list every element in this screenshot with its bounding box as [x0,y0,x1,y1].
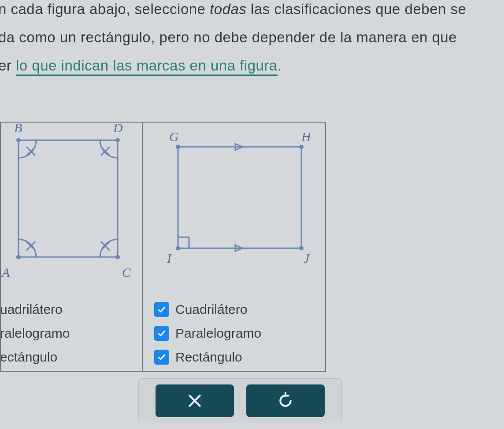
svg-point-1 [16,138,21,142]
figure-right-svg: G H I J [143,123,325,281]
option-label-left-2: ectángulo [0,350,57,365]
option-row-right-0[interactable]: Cuadrilátero [154,302,261,317]
option-label-right-1: Paralelogramo [175,326,261,341]
figure-panel-left: B D A C [0,122,142,372]
svg-point-4 [115,255,120,259]
option-row-left-0[interactable]: uadrilátero [0,302,127,317]
figures-row: B D A C [0,122,326,372]
label-D: D [113,123,123,135]
svg-rect-13 [178,147,301,248]
svg-point-2 [115,138,120,142]
figure-panel-right: G H I J [142,122,326,372]
reset-button[interactable] [246,384,325,417]
label-C: C [122,265,131,280]
label-A: A [1,265,10,280]
option-label-right-0: Cuadrilátero [175,302,247,317]
instruction-line-1: n cada figura abajo, seleccione todas la… [0,1,466,18]
svg-point-16 [176,246,180,250]
option-row-right-1[interactable]: Paralelogramo [154,326,261,341]
options-left: uadrilátero ralelogramo ectángulo [0,293,127,365]
option-row-left-1[interactable]: ralelogramo [0,326,127,341]
option-label-left-1: ralelogramo [0,326,70,341]
options-right: Cuadrilátero Paralelogramo Rectángulo [154,293,261,365]
close-icon [186,392,204,410]
figure-left-svg: B D A C [1,123,142,281]
label-J: J [304,251,310,265]
instruction-line-2: da como un rectángulo, pero no debe depe… [0,29,457,46]
svg-point-15 [299,145,304,149]
instr1-italic: todas [210,1,246,17]
option-row-right-2[interactable]: Rectángulo [154,350,261,365]
svg-rect-0 [19,140,118,257]
svg-point-17 [299,246,304,250]
instr3-post: . [278,57,282,74]
instr1-pre: n cada figura abajo, seleccione [0,1,210,17]
check-icon [157,305,166,314]
checkbox-right-1[interactable] [154,326,169,341]
label-H: H [301,129,312,144]
instruction-line-3: er lo que indican las marcas en una figu… [0,57,282,74]
svg-point-3 [16,255,21,259]
action-button-bar [138,378,342,423]
check-icon [157,329,166,338]
checkbox-right-2[interactable] [154,350,169,365]
instr3-pre: er [0,57,16,74]
close-button[interactable] [156,384,234,417]
label-G: G [169,129,179,144]
label-I: I [167,251,172,265]
undo-icon [277,392,294,410]
option-row-left-2[interactable]: ectángulo [0,350,127,365]
instr1-post: las clasificaciones que deben se [246,1,466,17]
checkbox-right-0[interactable] [154,302,169,317]
svg-point-14 [176,145,180,149]
option-label-left-0: uadrilátero [0,302,63,317]
help-link[interactable]: lo que indican las marcas en una figura [16,57,278,76]
page-root: { "instructions": { "line1_pre": "n cada… [0,0,504,429]
option-label-right-2: Rectángulo [175,350,242,365]
label-B: B [14,123,22,135]
check-icon [157,353,166,362]
